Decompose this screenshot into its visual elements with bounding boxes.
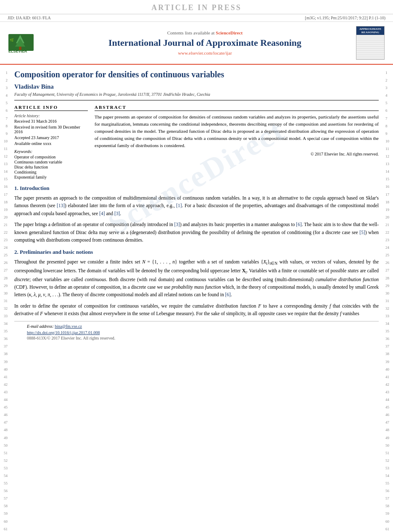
ln-48: 48 [0,426,8,434]
ref-13[interactable]: [13] [57,203,65,208]
email-label: E-mail address: [27,324,54,329]
ln-44: 44 [0,396,8,403]
article-info-title: ARTICLE INFO [14,105,88,111]
section-2-para-1: Throughout the presented paper we consid… [14,258,379,298]
ln-6: 6 [0,107,8,114]
section-1-para-1: The paper presents an approach to the co… [14,194,379,217]
main-content: Composition operator for densities of co… [9,65,384,532]
ln-30: 30 [0,290,8,297]
ln-10: 10 [0,137,8,145]
ref-6b[interactable]: [6] [225,292,231,297]
rln-59: 59 [385,510,393,517]
svg-text:🌿: 🌿 [10,38,14,42]
ln-20: 20 [0,213,8,221]
ref-6[interactable]: [6] [296,222,301,227]
ln-11: 11 [0,145,8,153]
ln-42: 42 [0,381,8,388]
ln-13: 13 [0,160,8,168]
rln-18: 18 [385,198,393,206]
ln-29: 29 [0,282,8,290]
press-banner: ARTICLE IN PRESS [0,0,393,14]
ln-34: 34 [0,320,8,327]
rln-2: 2 [385,76,393,84]
copyright-text: © 2017 Elsevier Inc. All rights reserved… [95,152,379,156]
ln-35: 35 [0,327,8,335]
abstract-title: ABSTRACT [95,105,379,111]
ln-31: 31 [0,297,8,305]
ln-24: 24 [0,244,8,251]
ln-36: 36 [0,335,8,342]
ref-1[interactable]: [1] [176,203,182,208]
ln-21: 21 [0,221,8,229]
section-1-title: Introduction [20,185,50,191]
rln-15: 15 [385,175,393,183]
abstract-text: The paper presents an operator of compos… [95,113,379,149]
ln-15: 15 [0,175,8,183]
ln-57: 57 [0,495,8,502]
rln-4: 4 [385,92,393,99]
thumb-header-text: APPROXIMATEREASONING [356,26,384,35]
press-banner-text: ARTICLE IN PRESS [151,3,241,12]
ln-53: 53 [0,464,8,472]
ln-3: 3 [0,84,8,92]
article-title: Composition operator for densities of co… [14,69,379,80]
ln-28: 28 [0,274,8,282]
rln-49: 49 [385,434,393,442]
rln-26: 26 [385,259,393,266]
ln-58: 58 [0,502,8,510]
ref-5[interactable]: [5] [359,230,365,235]
journal-title: International Journal of Approximate Rea… [62,37,348,49]
sciencedirect-label: Contents lists available at ScienceDirec… [62,30,348,35]
rln-50: 50 [385,442,393,449]
rln-44: 44 [385,396,393,403]
rln-34: 34 [385,320,393,327]
rln-39: 39 [385,358,393,366]
ref-3b[interactable]: [3] [174,222,180,227]
sciencedirect-link[interactable]: ScienceDirect [216,30,243,35]
accepted-date: Accepted 23 January 2017 [14,135,88,140]
ln-60: 60 [0,518,8,525]
ln-22: 22 [0,229,8,236]
ln-5: 5 [0,99,8,107]
rln-48: 48 [385,426,393,434]
ln-33: 33 [0,312,8,320]
rln-47: 47 [385,419,393,426]
rln-46: 46 [385,411,393,419]
footnote-doi[interactable]: http://dx.doi.org/10.1016/j.ijar.2017.01… [27,330,366,335]
rln-5: 5 [385,99,393,107]
ln-52: 52 [0,457,8,464]
rln-20: 20 [385,213,393,221]
article-info: ARTICLE INFO Article history: Received 3… [14,105,88,180]
ln-18: 18 [0,198,8,206]
ln-49: 49 [0,434,8,442]
rln-37: 37 [385,342,393,350]
ln-7: 7 [0,115,8,122]
author-name: Vladislav Bína [14,83,379,90]
ref-3[interactable]: [3] [114,211,120,216]
rln-6: 6 [385,107,393,114]
ln-32: 32 [0,305,8,312]
ln-38: 38 [0,350,8,358]
section-2-heading: 2. Preliminaries and basic notions [14,249,379,255]
rln-38: 38 [385,350,393,358]
ln-26: 26 [0,259,8,266]
rln-16: 16 [385,183,393,190]
doi-link[interactable]: http://dx.doi.org/10.1016/j.ijar.2017.01… [27,330,100,335]
rln-25: 25 [385,251,393,259]
ln-61: 61 [0,525,8,532]
rln-53: 53 [385,464,393,472]
ln-47: 47 [0,419,8,426]
journal-center: Contents lists available at ScienceDirec… [62,30,348,56]
journal-url[interactable]: www.elsevier.com/locate/ijar [62,50,348,55]
email-link[interactable]: bina@fm.vse.cz [55,324,82,329]
section-1-number: 1. [14,185,18,191]
rln-35: 35 [385,327,393,335]
line-numbers-right: 1 2 3 4 5 6 7 8 9 10 11 12 13 14 15 16 1… [384,65,393,532]
elsevier-logo: 🌿 ELSEVIER [8,31,54,55]
rln-1: 1 [385,69,393,76]
ln-43: 43 [0,388,8,396]
section-1-heading: 1. Introduction [14,185,379,192]
ref-4[interactable]: [4] [99,211,105,216]
ln-37: 37 [0,342,8,350]
elsevier-logo-svg: 🌿 ELSEVIER [8,31,54,54]
